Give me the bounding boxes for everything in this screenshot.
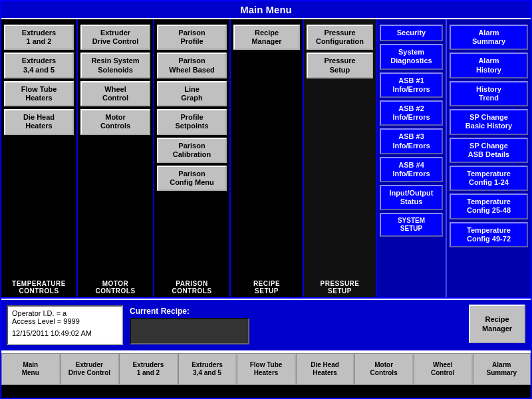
pressure-setup-column: PressureConfiguration PressureSetup PRES… xyxy=(304,19,377,297)
alarm-summary-top-btn[interactable]: AlarmSummary xyxy=(450,25,528,50)
main-menu-bottom-btn[interactable]: MainMenu xyxy=(1,353,61,385)
alarm-history-btn[interactable]: AlarmHistory xyxy=(450,53,528,78)
flow-tube-heaters-bottom-btn[interactable]: Flow TubeHeaters xyxy=(237,353,296,385)
pressure-configuration-btn[interactable]: PressureConfiguration xyxy=(307,25,373,50)
temperature-config-25-48-btn[interactable]: TemperatureConfig 25-48 xyxy=(450,194,528,219)
motor-controls-column: ExtruderDrive Control Resin SystemSoleno… xyxy=(78,19,154,297)
parison-calibration-btn[interactable]: ParisonCalibration xyxy=(157,138,227,163)
recipe-manager-btn-main[interactable]: RecipeManager xyxy=(233,25,300,50)
extruders-1-2-btn[interactable]: Extruders1 and 2 xyxy=(4,25,74,50)
recipe-setup-column: RecipeManager RECIPESETUP xyxy=(231,19,304,297)
wheel-control-btn[interactable]: WheelControl xyxy=(80,81,150,106)
motor-controls-bottom-btn[interactable]: MotorControls xyxy=(354,353,414,385)
recipe-setup-label: RECIPESETUP xyxy=(233,277,300,295)
extruder-drive-control-btn[interactable]: ExtruderDrive Control xyxy=(80,25,150,50)
profile-setpoints-btn[interactable]: ProfileSetpoints xyxy=(157,109,227,134)
resin-system-solenoids-btn[interactable]: Resin SystemSolenoids xyxy=(80,53,150,78)
datetime: 12/15/2011 10:49:02 AM xyxy=(12,329,118,337)
die-head-heaters-bottom-btn[interactable]: Die HeadHeaters xyxy=(296,353,355,385)
pressure-setup-label: PRESSURESETUP xyxy=(307,277,373,295)
alarm-column: AlarmSummary AlarmHistory HistoryTrend S… xyxy=(447,19,531,297)
extruders-3-4-5-bottom-btn[interactable]: Extruders3,4 and 5 xyxy=(178,353,237,385)
recipe-manager-info-btn[interactable]: RecipeManager xyxy=(469,305,525,343)
motor-controls-btn[interactable]: MotorControls xyxy=(80,109,150,134)
system-diagnostics-btn[interactable]: SystemDiagnostics xyxy=(380,44,443,69)
asb1-btn[interactable]: ASB #1Info/Errors xyxy=(380,72,443,98)
current-recipe-label: Current Recipe: xyxy=(130,307,462,316)
operator-info-box: Operator I.D. = a Access Level = 9999 12… xyxy=(7,305,123,345)
wheel-control-bottom-btn[interactable]: WheelControl xyxy=(414,353,473,385)
temp-controls-label: TEMPERATURECONTROLS xyxy=(4,277,74,295)
operator-id: Operator I.D. = a xyxy=(12,309,118,317)
input-output-status-btn[interactable]: Input/OutputStatus xyxy=(380,185,443,210)
alarm-summary-bottom-btn[interactable]: AlarmSummary xyxy=(473,353,531,385)
security-btn[interactable]: Security xyxy=(380,25,443,41)
bottom-nav-bar: MainMenu ExtruderDrive Control Extruders… xyxy=(1,352,531,385)
parison-profile-btn[interactable]: ParisonProfile xyxy=(157,25,227,50)
temperature-controls-column: Extruders1 and 2 Extruders3,4 and 5 Flow… xyxy=(1,19,78,297)
extruders-3-4-5-btn[interactable]: Extruders3,4 and 5 xyxy=(4,53,74,78)
history-trend-btn[interactable]: HistoryTrend xyxy=(450,81,528,106)
current-recipe-display xyxy=(130,318,249,344)
sp-change-basic-history-btn[interactable]: SP ChangeBasic History xyxy=(450,109,528,134)
extruder-drive-control-bottom-btn[interactable]: ExtruderDrive Control xyxy=(61,353,120,385)
line-graph-btn[interactable]: LineGraph xyxy=(157,81,227,106)
sp-change-asb-details-btn[interactable]: SP ChangeASB Details xyxy=(450,138,528,163)
system-setup-column: Security SystemDiagnostics ASB #1Info/Er… xyxy=(377,19,447,297)
die-head-heaters-btn[interactable]: Die HeadHeaters xyxy=(4,109,74,134)
info-bar: Operator I.D. = a Access Level = 9999 12… xyxy=(1,299,531,352)
asb3-btn[interactable]: ASB #3Info/Errors xyxy=(380,128,443,154)
parison-wheel-based-btn[interactable]: ParisonWheel Based xyxy=(157,53,227,78)
temperature-config-1-24-btn[interactable]: TemperatureConfig 1-24 xyxy=(450,166,528,191)
extruders-1-2-bottom-btn[interactable]: Extruders1 and 2 xyxy=(119,353,178,385)
asb2-btn[interactable]: ASB #2Info/Errors xyxy=(380,100,443,126)
pressure-setup-btn[interactable]: PressureSetup xyxy=(307,53,373,78)
page-header: Main Menu xyxy=(1,1,531,19)
parison-config-menu-btn[interactable]: ParisonConfig Menu xyxy=(157,166,227,191)
page-title: Main Menu xyxy=(240,4,292,15)
temperature-config-49-72-btn[interactable]: TemperatureConfig 49-72 xyxy=(450,222,528,247)
access-level: Access Level = 9999 xyxy=(12,317,118,325)
parison-controls-column: ParisonProfile ParisonWheel Based LineGr… xyxy=(154,19,231,297)
flow-tube-heaters-btn[interactable]: Flow TubeHeaters xyxy=(4,81,74,106)
system-setup-btn[interactable]: SYSTEMSETUP xyxy=(380,213,443,237)
current-recipe-area: Current Recipe: xyxy=(130,307,462,344)
parison-controls-label: PARISONCONTROLS xyxy=(157,277,227,295)
motor-controls-label: MOTORCONTROLS xyxy=(80,277,150,295)
asb4-btn[interactable]: ASB #4Info/Errors xyxy=(380,157,443,182)
